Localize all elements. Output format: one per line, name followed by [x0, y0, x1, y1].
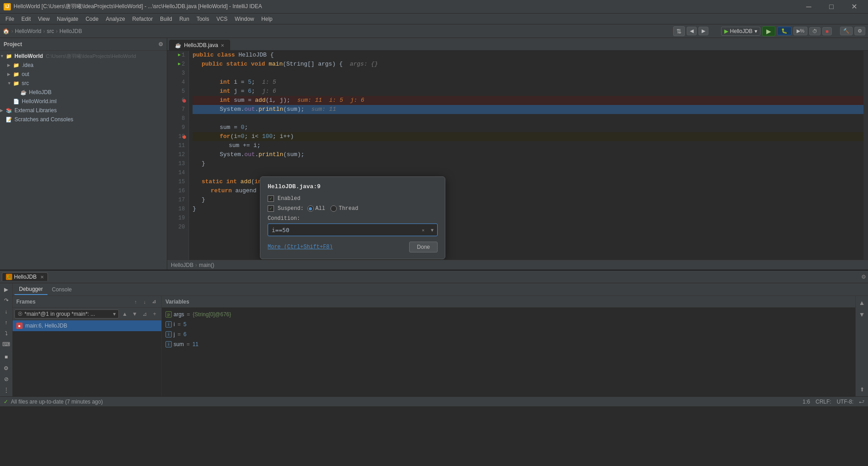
- bp-more-link[interactable]: More (Ctrl+Shift+F8): [268, 244, 333, 250]
- debug-run-cursor-button[interactable]: ⤵: [1, 329, 11, 338]
- debug-tab-bar: 🐛 HelloJDB ✕ ⚙: [0, 271, 868, 283]
- hint-7: sum: 11: [304, 105, 336, 114]
- menu-tools[interactable]: Tools: [193, 15, 213, 23]
- menu-refactor[interactable]: Refactor: [129, 15, 156, 23]
- menu-view[interactable]: View: [34, 15, 53, 23]
- tree-item-iml[interactable]: 📄 HelloWorld.iml: [0, 97, 167, 106]
- bp-radio-all[interactable]: All: [307, 205, 326, 212]
- run-button[interactable]: ▶: [762, 26, 775, 36]
- debug-settings-button[interactable]: ⚙: [1, 363, 11, 372]
- num-5: 5: [182, 87, 185, 96]
- bp-suspend-checkbox[interactable]: [268, 205, 274, 212]
- debug-step-over-button[interactable]: ↷: [1, 296, 11, 305]
- debug-more-button[interactable]: ⋮: [1, 385, 11, 395]
- navigation-back-button[interactable]: ◀: [687, 27, 697, 35]
- tree-item-scratches[interactable]: 📝 Scratches and Consoles: [0, 115, 167, 124]
- close-button[interactable]: ✕: [844, 0, 864, 14]
- debug-button[interactable]: 🐛: [777, 27, 792, 35]
- menu-code[interactable]: Code: [82, 15, 102, 23]
- debug-step-into-button[interactable]: ↓: [1, 307, 11, 316]
- bp-done-button[interactable]: Done: [409, 242, 438, 252]
- tab-close-icon[interactable]: ✕: [221, 43, 224, 48]
- tree-item-src[interactable]: ▼ 📁 src: [0, 79, 167, 88]
- bp-suspend-label: Suspend:: [278, 205, 304, 212]
- bp-radio-thread[interactable]: Thread: [330, 205, 358, 212]
- tree-item-helloworld[interactable]: ▼ 📁 HelloWorld C:\Users\唐羽曦\IdeaProjects…: [0, 52, 167, 61]
- debug-evaluate-button[interactable]: ⌨: [1, 340, 11, 349]
- menu-edit[interactable]: Edit: [18, 15, 34, 23]
- thread-add-button[interactable]: +: [150, 309, 160, 319]
- debug-right-panel: ▲ ▼ ⬆: [855, 296, 868, 396]
- debug-mute-button[interactable]: ⊘: [1, 375, 11, 384]
- tree-item-idea[interactable]: ▶ 📁 .idea: [0, 61, 167, 70]
- bp-condition-dropdown-button[interactable]: ▼: [429, 226, 436, 233]
- breadcrumb-item-src[interactable]: src: [47, 28, 54, 34]
- frames-down-icon[interactable]: ↓: [141, 298, 149, 306]
- thread-filter-button[interactable]: ⊿: [140, 309, 150, 319]
- bp-condition-value[interactable]: i==50: [272, 227, 289, 233]
- bp-enabled-checkbox[interactable]: [268, 195, 274, 202]
- thread-up-button[interactable]: ▲: [120, 309, 130, 319]
- var-type-sum-icon: i: [165, 341, 172, 347]
- run-configuration-dropdown[interactable]: ▶ HelloJDB ▾: [721, 27, 760, 36]
- debug-resume-button[interactable]: ▶: [1, 285, 11, 294]
- kw-int-5: int: [220, 87, 234, 96]
- breadcrumb-item-hellojdb[interactable]: HelloJDB: [59, 28, 82, 34]
- kw-void-2: void: [251, 60, 269, 69]
- frames-filter-icon[interactable]: ⊿: [150, 298, 158, 306]
- sidebar-settings-icon[interactable]: ⚙: [158, 41, 163, 48]
- vars-export-button[interactable]: ⬆: [857, 385, 867, 395]
- breadcrumb-item-helloworld[interactable]: HelloWorld: [15, 28, 41, 34]
- editor-scrollbar[interactable]: [863, 51, 868, 260]
- bp-condition-input[interactable]: i==50 ✕ ▼: [268, 223, 438, 236]
- maximize-button[interactable]: □: [821, 0, 842, 14]
- line-gutter: ▶ 1 ▶ 2 3 4 5 ● 6 7 8 9 ● 10: [167, 51, 189, 260]
- profile-button[interactable]: ⏱: [809, 27, 821, 35]
- num-7: 7: [182, 105, 185, 114]
- menu-run[interactable]: Run: [176, 15, 193, 23]
- menu-analyze[interactable]: Analyze: [102, 15, 129, 23]
- tree-arrow-idea-icon: ▶: [7, 63, 13, 67]
- menu-help[interactable]: Help: [258, 15, 276, 23]
- menu-build[interactable]: Build: [156, 15, 176, 23]
- tree-item-external-libs[interactable]: ▶ 📚 External Libraries: [0, 106, 167, 115]
- run-with-coverage-button[interactable]: ▶%: [793, 27, 808, 35]
- editor-tab-hellojdb[interactable]: ☕ HelloJDB.java ✕: [169, 40, 230, 50]
- tree-item-out[interactable]: ▶ 📁 out: [0, 70, 167, 79]
- thread-dropdown[interactable]: ⦿ *main*@1 in group *main*: ... ▾: [14, 309, 119, 319]
- editor-area: ☕ HelloJDB.java ✕ ▶ 1 ▶ 2 3 4 5 ●: [167, 38, 868, 270]
- debug-step-out-button[interactable]: ↑: [1, 318, 11, 327]
- console-tab[interactable]: Console: [47, 285, 76, 295]
- line-num-10: ● 10: [169, 132, 187, 141]
- build-project-button[interactable]: 🔨: [840, 27, 853, 35]
- line-num-9: 9: [169, 123, 187, 132]
- menu-navigate[interactable]: Navigate: [53, 15, 82, 23]
- vars-up-button[interactable]: ▲: [857, 298, 867, 308]
- debug-stop-button[interactable]: ■: [1, 352, 11, 361]
- debug-panel-settings-icon[interactable]: ⚙: [861, 274, 866, 280]
- menu-window[interactable]: Window: [231, 15, 258, 23]
- navigation-forward-button[interactable]: ▶: [698, 27, 708, 35]
- menu-vcs[interactable]: VCS: [213, 15, 231, 23]
- bp-clear-condition-button[interactable]: ✕: [420, 226, 427, 233]
- eq-4: =: [241, 78, 248, 87]
- cl-hellojdb: HelloJDB: [238, 51, 270, 60]
- debug-main-tab[interactable]: 🐛 HelloJDB ✕: [2, 272, 48, 281]
- vars-down-button[interactable]: ▼: [857, 309, 867, 319]
- frames-up-icon[interactable]: ↑: [132, 298, 140, 306]
- var-val-j: 6: [184, 331, 187, 338]
- menu-file[interactable]: File: [2, 15, 18, 23]
- minimize-button[interactable]: ─: [798, 0, 819, 14]
- project-sidebar: Project ⚙ ▼ 📁 HelloWorld C:\Users\唐羽曦\Id…: [0, 38, 167, 270]
- thread-down-button[interactable]: ▼: [130, 309, 140, 319]
- settings-button[interactable]: ⚙: [854, 27, 865, 35]
- update-files-button[interactable]: ⇅: [673, 26, 685, 36]
- menu-bar: File Edit View Navigate Code Analyze Ref…: [0, 14, 868, 24]
- frame-item-main[interactable]: ■ main:6, HelloJDB: [13, 320, 161, 331]
- debugger-tab[interactable]: Debugger: [14, 284, 47, 295]
- code-editor[interactable]: ▶ 1 ▶ 2 3 4 5 ● 6 7 8 9 ● 10: [167, 51, 868, 260]
- kw-int-15: int: [226, 177, 241, 186]
- debug-tab-close-icon[interactable]: ✕: [40, 275, 44, 280]
- stop-button[interactable]: ■: [822, 27, 832, 35]
- tree-item-hellojdb[interactable]: ☕ HelloJDB: [0, 88, 167, 97]
